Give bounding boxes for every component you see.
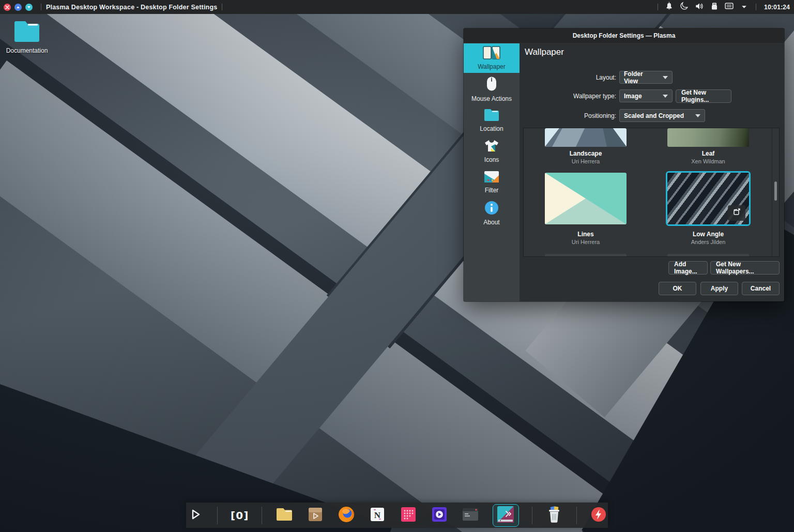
sidebar-item-label: Mouse Actions: [471, 95, 512, 102]
apply-label: Apply: [711, 285, 728, 292]
open-containing-folder-button[interactable]: [728, 205, 745, 221]
get-new-plugins-button[interactable]: Get New Plugins...: [676, 89, 731, 103]
filter-image-icon: [484, 171, 499, 185]
pink-dots-icon: [400, 506, 417, 525]
chevron-down-icon: [663, 95, 668, 98]
top-panel: Plasma Desktop Workspace - Desktop Folde…: [0, 0, 794, 14]
sidebar-item-about[interactable]: About: [464, 199, 520, 228]
grid-scrollbar[interactable]: [772, 128, 779, 256]
desktop-folder-shortcut[interactable]: Documentation: [5, 20, 49, 54]
wallpaper-type-value: Image: [624, 93, 659, 100]
desktop: Plasma Desktop Workspace - Desktop Folde…: [0, 0, 794, 532]
media-play-icon: [431, 506, 448, 525]
wallpaper-thumb-landscape[interactable]: [545, 128, 627, 147]
dock-terminal[interactable]: [462, 506, 480, 525]
wallpaper-thumb-leaf[interactable]: [667, 128, 749, 147]
wallpaper-type-dropdown[interactable]: Image: [619, 89, 673, 102]
dock-power[interactable]: [590, 506, 608, 525]
dock-software-center[interactable]: [306, 506, 324, 525]
keyboard-tray-item[interactable]: [725, 3, 734, 12]
settings-sidebar: Wallpaper Mouse Actions: [464, 43, 520, 301]
terminal-window-icon: [462, 507, 479, 524]
add-image-label: Add Image...: [674, 261, 702, 275]
sidebar-item-label: Wallpaper: [478, 63, 506, 70]
arrow-up-icon: [16, 5, 20, 9]
dock-trash[interactable]: [545, 506, 563, 525]
bell-icon: [665, 2, 674, 12]
dock-pager[interactable]: [0]: [231, 506, 249, 525]
clock[interactable]: 10:01:24: [764, 4, 790, 11]
wallpaper-grid[interactable]: Landscape Uri Herrera Leaf Xen Wildman: [523, 128, 780, 257]
wallpaper-author: Uri Herrera: [545, 158, 627, 164]
chevron-down-icon: [695, 114, 700, 117]
leaf-thumbnail-art: [667, 128, 749, 147]
sidebar-item-label: Location: [480, 125, 503, 132]
wallpaper-icon: [483, 46, 500, 62]
dock-file-manager[interactable]: [275, 506, 293, 525]
wallpaper-name: Lines: [545, 231, 627, 238]
dock-panel: [0]: [186, 503, 608, 528]
dock-launcher[interactable]: [186, 506, 204, 525]
svg-text:N: N: [374, 510, 381, 520]
positioning-dropdown[interactable]: Scaled and Cropped: [619, 109, 705, 122]
removable-device-tray-item[interactable]: [710, 3, 719, 12]
wallpaper-thumb-lines[interactable]: [545, 173, 627, 224]
sidebar-item-mouse-actions[interactable]: Mouse Actions: [464, 74, 520, 104]
wallpaper-name: Leaf: [667, 150, 749, 157]
wallpaper-type-label: Wallpaper type:: [523, 93, 616, 100]
sidebar-item-location[interactable]: Location: [464, 105, 520, 135]
keyboard-icon: [724, 1, 734, 13]
night-color-tray-item[interactable]: [680, 3, 689, 12]
desktop-folder-settings-dialog: Desktop Folder Settings — Plasma Wallpap…: [464, 28, 784, 301]
sidebar-item-label: Icons: [484, 156, 499, 163]
open-in-new-window-icon: [732, 208, 741, 218]
dock-media-player[interactable]: [431, 506, 449, 525]
folder-icon: [12, 36, 41, 45]
wallpaper-thumb-partial[interactable]: [667, 254, 749, 257]
dialog-title: Desktop Folder Settings — Plasma: [573, 32, 676, 39]
lightning-bolt-icon: [590, 506, 607, 525]
get-new-wallpapers-button[interactable]: Get New Wallpapers...: [710, 261, 780, 275]
topbar-separator: [41, 4, 41, 10]
close-button[interactable]: [4, 4, 11, 11]
firefox-icon: [338, 506, 355, 525]
folder-icon: [483, 108, 500, 124]
cancel-button[interactable]: Cancel: [742, 282, 780, 295]
sidebar-item-filter[interactable]: Filter: [464, 168, 520, 197]
get-new-wallpapers-label: Get New Wallpapers...: [716, 261, 774, 275]
sidebar-item-label: Filter: [485, 187, 499, 194]
dock-dotted-app[interactable]: [400, 506, 418, 525]
dialog-titlebar[interactable]: Desktop Folder Settings — Plasma: [464, 28, 784, 43]
wallpaper-thumb-partial[interactable]: [545, 254, 627, 257]
mouse-icon: [486, 76, 497, 94]
volume-tray-item[interactable]: [695, 3, 704, 12]
dock-firefox[interactable]: [338, 506, 356, 525]
minimize-button[interactable]: [25, 4, 33, 11]
chevron-down-icon: [663, 76, 668, 79]
ok-button[interactable]: OK: [659, 282, 696, 295]
wallpaper-thumb-low-angle[interactable]: [667, 173, 749, 224]
positioning-value: Scaled and Cropped: [624, 112, 691, 119]
wallpaper-name-selected: Low Angle: [667, 231, 749, 238]
apply-button[interactable]: Apply: [700, 282, 738, 295]
layout-dropdown[interactable]: Folder View: [619, 71, 673, 84]
shirt-icon: [484, 139, 499, 155]
window-title: Plasma Desktop Workspace - Desktop Folde…: [46, 4, 217, 11]
wallpaper-settings-icon: [496, 505, 515, 526]
sidebar-item-wallpaper[interactable]: Wallpaper: [464, 43, 520, 73]
sidebar-item-icons[interactable]: Icons: [464, 136, 520, 166]
tray-expander[interactable]: [740, 3, 749, 12]
play-outline-icon: [189, 508, 202, 523]
wallpaper-author: Anders Jilden: [667, 239, 749, 245]
add-image-button[interactable]: Add Image...: [668, 261, 708, 275]
maximize-button[interactable]: [14, 4, 22, 11]
grid-scrollbar-thumb[interactable]: [774, 181, 777, 201]
notifications-tray-item[interactable]: [665, 3, 674, 12]
pager-label: [0]: [231, 509, 249, 522]
moon-icon: [680, 2, 689, 12]
dock-desktop-settings-active[interactable]: [493, 504, 519, 527]
dock-separator: [217, 507, 218, 524]
trash-icon: [546, 506, 562, 525]
dock-notes-app[interactable]: N: [369, 506, 387, 525]
sidebar-item-label: About: [483, 219, 499, 226]
